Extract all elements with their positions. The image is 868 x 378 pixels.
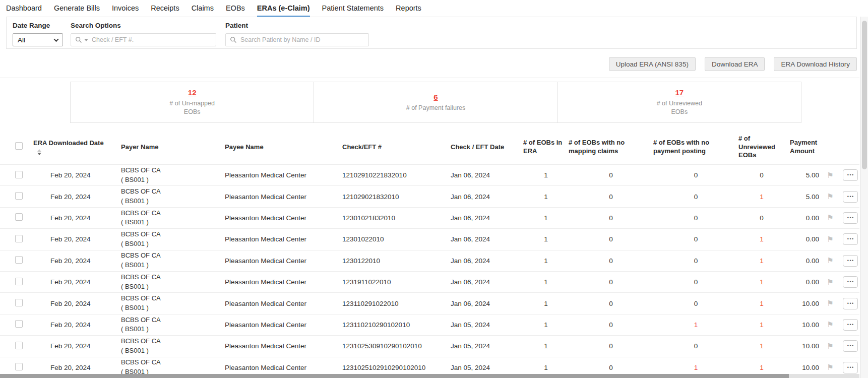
cell-check-eft-date: Jan 06, 2024 bbox=[451, 235, 523, 243]
col-payee-name[interactable]: Payee Name bbox=[225, 143, 342, 152]
row-checkbox[interactable] bbox=[15, 213, 23, 221]
table-row: Feb 20, 2024 BCBS OF CA ( BS001 ) Pleasa… bbox=[0, 185, 859, 207]
cell-era-downloaded-date: Feb 20, 2024 bbox=[33, 342, 121, 350]
flag-icon[interactable]: ⚑ bbox=[827, 299, 833, 307]
check-eft-search-box[interactable] bbox=[71, 33, 216, 46]
cell-payment-amount: 5.00 bbox=[785, 171, 819, 179]
vertical-scrollbar[interactable] bbox=[860, 17, 868, 378]
tab-eobs[interactable]: EOBs bbox=[226, 4, 245, 17]
filter-panel: Date Range All Search Options Patient bbox=[6, 17, 857, 49]
flag-icon[interactable]: ⚑ bbox=[827, 213, 833, 222]
flag-icon[interactable]: ⚑ bbox=[827, 235, 833, 243]
col-no-payment-posting[interactable]: # of EOBs with no payment posting bbox=[653, 139, 738, 156]
check-eft-search-input[interactable] bbox=[92, 36, 212, 43]
row-checkbox[interactable] bbox=[15, 192, 23, 200]
stat-label: # of Unreviewed EOBs bbox=[649, 99, 710, 116]
row-menu-button[interactable]: ••• bbox=[843, 191, 858, 203]
row-checkbox[interactable] bbox=[15, 256, 23, 264]
tab-eras-e-claim[interactable]: ERAs (e-Claim) bbox=[257, 4, 310, 17]
era-stats: 12 # of Un-mapped EOBs 6 # of Payment fa… bbox=[70, 82, 801, 123]
table-row: Feb 20, 2024 BCBS OF CA ( BS001 ) Pleasa… bbox=[0, 250, 859, 271]
row-menu-button[interactable]: ••• bbox=[843, 340, 858, 352]
tab-claims[interactable]: Claims bbox=[192, 4, 214, 17]
cell-payee-name: Pleasanton Medical Center bbox=[225, 300, 342, 307]
ellipsis-icon: ••• bbox=[846, 280, 854, 284]
tab-dashboard[interactable]: Dashboard bbox=[6, 4, 42, 17]
row-checkbox[interactable] bbox=[15, 235, 23, 242]
select-all-checkbox[interactable] bbox=[15, 142, 23, 150]
cell-payee-name: Pleasanton Medical Center bbox=[225, 342, 342, 350]
tab-patient-statements[interactable]: Patient Statements bbox=[322, 4, 384, 17]
sort-asc-icon bbox=[37, 149, 41, 152]
row-checkbox[interactable] bbox=[15, 320, 23, 328]
row-menu-button[interactable]: ••• bbox=[843, 212, 858, 224]
cell-payment-amount: 0.00 bbox=[785, 278, 819, 286]
cell-unreviewed-eobs: 1 bbox=[738, 342, 785, 350]
flag-icon[interactable]: ⚑ bbox=[827, 256, 833, 265]
row-menu-button[interactable]: ••• bbox=[843, 233, 858, 245]
table-row: Feb 20, 2024 BCBS OF CA ( BS001 ) Pleasa… bbox=[0, 314, 859, 335]
col-check-eft-number[interactable]: Check/EFT # bbox=[342, 143, 451, 152]
sort-indicator[interactable] bbox=[37, 149, 42, 155]
row-menu-button[interactable]: ••• bbox=[843, 255, 858, 267]
row-menu-button[interactable]: ••• bbox=[843, 276, 858, 288]
flag-icon[interactable]: ⚑ bbox=[827, 278, 833, 286]
tab-generate-bills[interactable]: Generate Bills bbox=[54, 4, 100, 17]
tab-receipts[interactable]: Receipts bbox=[151, 4, 179, 17]
vertical-scrollbar-thumb[interactable] bbox=[862, 21, 867, 169]
search-caret-icon[interactable] bbox=[84, 39, 88, 41]
row-menu-button[interactable]: ••• bbox=[843, 319, 858, 331]
cell-check-eft-date: Jan 06, 2024 bbox=[451, 300, 523, 307]
era-download-history-button[interactable]: ERA Download History bbox=[774, 57, 857, 71]
ellipsis-icon: ••• bbox=[846, 259, 854, 263]
horizontal-scrollbar[interactable] bbox=[0, 374, 859, 378]
flag-icon[interactable]: ⚑ bbox=[827, 363, 833, 371]
date-range-select[interactable]: All bbox=[13, 33, 63, 46]
horizontal-scrollbar-thumb[interactable] bbox=[0, 374, 789, 378]
tab-reports[interactable]: Reports bbox=[396, 4, 421, 17]
row-menu-button[interactable]: ••• bbox=[843, 169, 858, 181]
flag-icon[interactable]: ⚑ bbox=[827, 192, 833, 201]
patient-search-input[interactable] bbox=[240, 36, 364, 43]
col-eobs-in-era[interactable]: # of EOBs in ERA bbox=[523, 139, 569, 156]
patient-label: Patient bbox=[225, 22, 369, 30]
row-checkbox[interactable] bbox=[15, 171, 23, 178]
cell-eobs-in-era: 1 bbox=[523, 171, 569, 179]
flag-icon[interactable]: ⚑ bbox=[827, 342, 833, 350]
download-era-button[interactable]: Download ERA bbox=[705, 57, 765, 71]
upload-era-button[interactable]: Upload ERA (ANSI 835) bbox=[609, 57, 696, 71]
cell-unreviewed-eobs: 1 bbox=[738, 364, 785, 371]
stat-value[interactable]: 17 bbox=[675, 88, 684, 97]
cell-payment-amount: 5.00 bbox=[785, 193, 819, 201]
cell-payee-name: Pleasanton Medical Center bbox=[225, 257, 342, 265]
cell-no-payment-posting: 0 bbox=[653, 193, 738, 201]
col-payment-amount[interactable]: Payment Amount bbox=[785, 139, 819, 156]
flag-icon[interactable]: ⚑ bbox=[827, 320, 833, 329]
stat-value[interactable]: 12 bbox=[188, 88, 197, 97]
cell-no-payment-posting: 0 bbox=[653, 278, 738, 286]
col-no-mapping-claims[interactable]: # of EOBs with no mapping claims bbox=[569, 139, 653, 156]
table-row: Feb 20, 2024 BCBS OF CA ( BS001 ) Pleasa… bbox=[0, 228, 859, 249]
ellipsis-icon: ••• bbox=[846, 195, 854, 199]
row-checkbox[interactable] bbox=[15, 342, 23, 349]
row-menu-button[interactable]: ••• bbox=[843, 298, 858, 309]
search-icon bbox=[75, 36, 82, 43]
row-checkbox[interactable] bbox=[15, 363, 23, 370]
tab-invoices[interactable]: Invoices bbox=[112, 4, 139, 17]
row-checkbox[interactable] bbox=[15, 299, 23, 306]
col-check-eft-date[interactable]: Check / EFT Date bbox=[451, 143, 523, 152]
row-checkbox[interactable] bbox=[15, 278, 23, 285]
col-unreviewed-eobs[interactable]: # of Unreviewed EOBs bbox=[738, 135, 785, 160]
flag-icon[interactable]: ⚑ bbox=[827, 171, 833, 179]
cell-no-mapping-claims: 0 bbox=[569, 300, 653, 307]
cell-payment-amount: 10.00 bbox=[785, 364, 819, 371]
patient-search-box[interactable] bbox=[225, 33, 369, 46]
col-payer-name[interactable]: Payer Name bbox=[121, 143, 225, 152]
cell-no-payment-posting: 0 bbox=[653, 342, 738, 350]
cell-no-mapping-claims: 0 bbox=[569, 321, 653, 329]
row-menu-button[interactable]: ••• bbox=[843, 362, 858, 373]
stat-value[interactable]: 6 bbox=[433, 93, 438, 101]
col-era-downloaded-date[interactable]: ERA Downloaded Date bbox=[33, 139, 121, 156]
cell-check-eft-number: 1230122010 bbox=[342, 257, 451, 265]
cell-payee-name: Pleasanton Medical Center bbox=[225, 171, 342, 179]
